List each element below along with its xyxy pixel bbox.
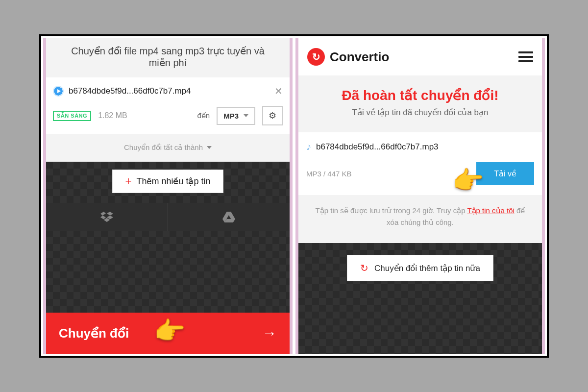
settings-button[interactable]: ⚙ <box>262 106 283 125</box>
add-files-label: Thêm nhiều tập tin <box>136 176 210 187</box>
arrow-right-icon: → <box>262 325 277 342</box>
chevron-down-icon <box>244 114 248 117</box>
done-subtitle: Tải về tập tin đã chuyển đổi của bạn <box>307 107 533 118</box>
phone-before: Chuyển đổi file mp4 sang mp3 trực tuyến … <box>43 38 293 354</box>
storage-notice: Tập tin sẽ được lưu trữ trong 24 giờ. Tr… <box>298 195 542 243</box>
to-label: đến <box>197 111 210 120</box>
status-badge: SẴN SÀNG <box>53 111 91 121</box>
convertio-logo-icon: ↻ <box>307 48 325 66</box>
brand-name: Convertio <box>330 49 389 65</box>
dropbox-button[interactable] <box>46 203 168 231</box>
my-files-link[interactable]: Tập tin của tôi <box>467 206 514 215</box>
chevron-down-icon <box>207 146 212 149</box>
completion-hero: Đã hoàn tất chuyển đổi! Tải về tập tin đ… <box>298 75 542 132</box>
gear-icon: ⚙ <box>269 110 276 121</box>
add-files-button[interactable]: + Thêm nhiều tập tin <box>112 170 224 193</box>
target-format-select[interactable]: MP3 <box>217 107 255 125</box>
done-title: Đã hoàn tất chuyển đổi! <box>307 87 533 103</box>
cloud-source-row <box>46 203 290 231</box>
target-format-value: MP3 <box>223 112 239 120</box>
play-icon[interactable] <box>53 86 64 97</box>
download-button[interactable]: Tải về <box>476 162 534 185</box>
hamburger-icon <box>518 51 533 53</box>
music-note-icon: ♪ <box>306 141 311 152</box>
app-header: ↻ Convertio <box>298 38 542 75</box>
convert-button[interactable]: Chuyển đổi → <box>46 313 290 354</box>
file-size: 1.82 MB <box>98 111 127 120</box>
refresh-icon: ↻ <box>360 262 368 274</box>
google-drive-icon <box>222 212 235 222</box>
menu-button[interactable] <box>518 49 533 65</box>
output-format-info: MP3 / 447 KB <box>306 170 352 178</box>
plus-icon: + <box>125 176 132 187</box>
page-subtitle: Chuyển đổi file mp4 sang mp3 trực tuyến … <box>46 38 290 77</box>
google-drive-button[interactable] <box>168 203 290 231</box>
output-file-card: ♪ b6784dbde5f9d...66df0c7b7.mp3 MP3 / 44… <box>298 132 542 195</box>
convert-more-label: Chuyển đổi thêm tập tin nữa <box>374 263 480 273</box>
source-file-card: b6784dbde5f9d...66df0c7b7.mp4 ✕ SẴN SÀNG… <box>46 77 290 134</box>
tutorial-comparison-frame: Chuyển đổi file mp4 sang mp3 trực tuyến … <box>39 34 549 358</box>
dropbox-icon <box>100 212 113 222</box>
convert-all-dropdown[interactable]: Chuyển đổi tất cả thành <box>46 134 290 162</box>
more-zone: ↻ Chuyển đổi thêm tập tin nữa <box>298 243 542 354</box>
source-filename: b6784dbde5f9d...66df0c7b7.mp4 <box>69 86 270 96</box>
convert-label: Chuyển đổi <box>59 326 129 341</box>
drop-zone[interactable]: + Thêm nhiều tập tin Chuyển đổi → 👉 <box>46 162 290 354</box>
phone-after: ↻ Convertio Đã hoàn tất chuyển đổi! Tải … <box>295 38 545 354</box>
remove-file-icon[interactable]: ✕ <box>274 85 283 97</box>
output-filename: b6784dbde5f9d...66df0c7b7.mp3 <box>316 142 534 152</box>
notice-text-pre: Tập tin sẽ được lưu trữ trong 24 giờ. Tr… <box>316 206 467 215</box>
convert-all-label: Chuyển đổi tất cả thành <box>124 143 203 152</box>
brand[interactable]: ↻ Convertio <box>307 48 389 66</box>
convert-more-button[interactable]: ↻ Chuyển đổi thêm tập tin nữa <box>347 255 493 281</box>
